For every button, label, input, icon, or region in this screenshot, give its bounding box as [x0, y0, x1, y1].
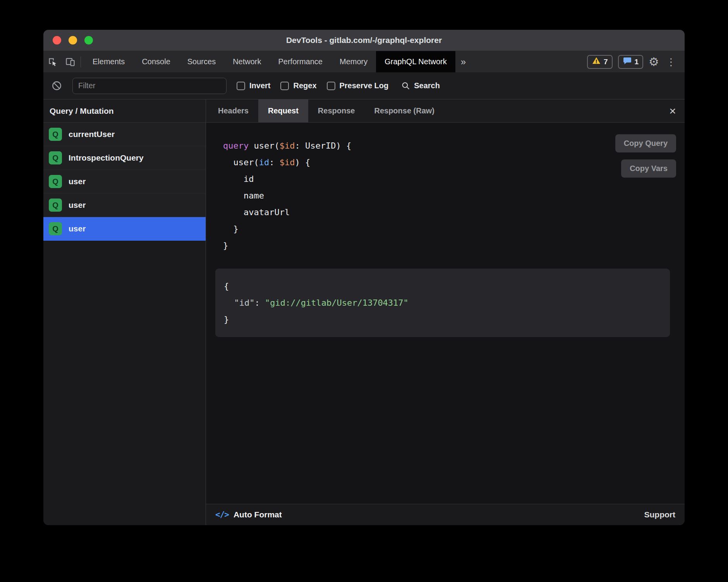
- tab-response-raw[interactable]: Response (Raw): [364, 99, 444, 122]
- warnings-badge[interactable]: 7: [587, 55, 613, 69]
- message-bubble-icon: [623, 56, 632, 67]
- query-type-badge: Q: [49, 175, 62, 188]
- issues-badge[interactable]: 1: [618, 55, 644, 69]
- query-type-badge: Q: [49, 151, 62, 164]
- request-name: currentUser: [69, 130, 115, 139]
- tab-response[interactable]: Response: [308, 99, 365, 122]
- device-toolbar-icon[interactable]: [61, 51, 79, 72]
- title-bar: DevTools - gitlab.com/-/graphql-explorer: [43, 30, 685, 51]
- tab-console[interactable]: Console: [133, 51, 179, 72]
- request-variables-code: { "id": "gid://gitlab/User/13704317"}: [224, 278, 661, 328]
- filter-input[interactable]: [72, 78, 227, 94]
- devtools-window: DevTools - gitlab.com/-/graphql-explorer…: [43, 30, 685, 525]
- copy-vars-button[interactable]: Copy Vars: [621, 159, 676, 178]
- list-item[interactable]: Q user: [43, 193, 206, 217]
- close-window-button[interactable]: [53, 36, 61, 45]
- tab-headers[interactable]: Headers: [208, 99, 258, 122]
- tab-graphql-network[interactable]: GraphQL Network: [376, 51, 455, 72]
- devtools-tab-bar: Elements Console Sources Network Perform…: [43, 51, 685, 72]
- sidebar-header: Query / Mutation: [43, 99, 206, 123]
- support-link[interactable]: Support: [644, 510, 675, 519]
- close-icon[interactable]: ×: [661, 99, 685, 122]
- window-title: DevTools - gitlab.com/-/graphql-explorer: [286, 36, 442, 45]
- tab-network[interactable]: Network: [224, 51, 270, 72]
- detail-footer: </> Auto Format Support: [206, 504, 685, 525]
- tab-elements[interactable]: Elements: [84, 51, 133, 72]
- panel-body: Query / Mutation Q currentUser Q Introsp…: [43, 99, 685, 525]
- list-item[interactable]: Q IntrospectionQuery: [43, 146, 206, 170]
- filter-bar: Invert Regex Preserve Log Search: [43, 72, 685, 99]
- query-type-badge: Q: [49, 128, 62, 141]
- preserve-log-checkbox-box[interactable]: [327, 82, 335, 90]
- query-type-badge: Q: [49, 222, 62, 235]
- tab-memory[interactable]: Memory: [331, 51, 376, 72]
- list-item-selected[interactable]: Q user: [43, 217, 206, 241]
- preserve-log-checkbox-label: Preserve Log: [340, 81, 389, 90]
- search-icon: [401, 81, 410, 91]
- inspect-element-icon[interactable]: [43, 51, 61, 72]
- traffic-lights: [53, 30, 93, 51]
- auto-format-button[interactable]: </> Auto Format: [215, 510, 282, 519]
- query-type-badge: Q: [49, 199, 62, 212]
- request-query-code: query user($id: UserID) { user(id: $id) …: [223, 137, 677, 254]
- zoom-window-button[interactable]: [84, 36, 93, 45]
- copy-button-group: Copy Query Copy Vars: [615, 134, 676, 178]
- request-name: user: [69, 224, 86, 233]
- issues-count: 1: [635, 58, 639, 66]
- tab-bar-right-controls: 7 1 ⚙ ⋮: [587, 51, 685, 72]
- request-name: user: [69, 200, 86, 210]
- search-label: Search: [414, 81, 440, 90]
- tab-request[interactable]: Request: [258, 99, 308, 122]
- invert-checkbox[interactable]: Invert: [237, 81, 270, 90]
- tab-bar-spacer: [471, 51, 587, 72]
- copy-query-button[interactable]: Copy Query: [615, 134, 676, 152]
- code-icon: </>: [215, 510, 229, 519]
- invert-checkbox-label: Invert: [249, 81, 270, 90]
- settings-gear-icon[interactable]: ⚙: [649, 56, 659, 68]
- warning-count: 7: [604, 58, 608, 66]
- tab-performance[interactable]: Performance: [270, 51, 331, 72]
- warning-icon: [592, 56, 601, 67]
- request-detail-panel: Headers Request Response Response (Raw) …: [206, 99, 685, 525]
- auto-format-label: Auto Format: [234, 510, 282, 519]
- detail-tab-bar: Headers Request Response Response (Raw) …: [206, 99, 685, 123]
- list-item[interactable]: Q currentUser: [43, 123, 206, 146]
- minimize-window-button[interactable]: [69, 36, 77, 45]
- request-list-sidebar: Query / Mutation Q currentUser Q Introsp…: [43, 99, 206, 525]
- regex-checkbox-label: Regex: [293, 81, 316, 90]
- preserve-log-checkbox[interactable]: Preserve Log: [327, 81, 389, 90]
- list-item[interactable]: Q user: [43, 170, 206, 193]
- regex-checkbox[interactable]: Regex: [280, 81, 316, 90]
- request-variables-box: { "id": "gid://gitlab/User/13704317"}: [215, 269, 670, 337]
- request-name: user: [69, 177, 86, 186]
- request-tab-content: Copy Query Copy Vars query user($id: Use…: [206, 123, 685, 504]
- invert-checkbox-box[interactable]: [237, 82, 245, 90]
- request-name: IntrospectionQuery: [69, 153, 144, 163]
- search-button[interactable]: Search: [401, 81, 440, 91]
- tab-sources[interactable]: Sources: [179, 51, 224, 72]
- block-requests-icon[interactable]: [51, 80, 62, 91]
- toolbar-divider: [81, 56, 81, 67]
- regex-checkbox-box[interactable]: [280, 82, 289, 90]
- kebab-menu-icon[interactable]: ⋮: [664, 57, 678, 67]
- more-tabs-chevron-icon[interactable]: »: [455, 51, 471, 72]
